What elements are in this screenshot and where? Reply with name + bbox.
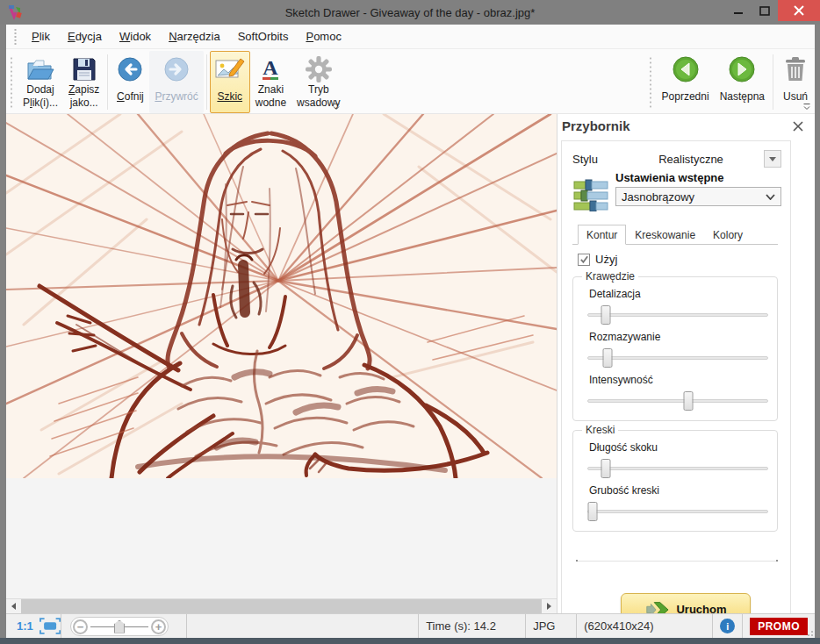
menu-pomoc[interactable]: Pomoc — [297, 25, 349, 47]
redo-button[interactable]: Przywróć — [149, 51, 203, 113]
slider-thumb[interactable] — [588, 502, 598, 521]
stroke-width-slider[interactable] — [587, 503, 768, 520]
sketch-artwork — [6, 114, 557, 478]
undo-icon — [116, 54, 144, 83]
canvas-background — [6, 478, 557, 598]
tab-kontur[interactable]: Kontur — [578, 225, 626, 245]
scrollbar-track[interactable] — [21, 599, 542, 613]
slider-track — [587, 467, 768, 470]
toolbar-separator — [206, 54, 207, 110]
menu-plik[interactable]: Plik — [23, 25, 59, 47]
next-arrow-icon — [727, 54, 757, 84]
strokes-groupbox: Kreski Długość skoku Grubość kreski — [572, 430, 778, 532]
add-files-button[interactable]: Dodaj Plik(i)... — [18, 51, 63, 113]
toolbar-overflow-icon[interactable] — [802, 103, 811, 111]
previous-label: Poprzedni — [662, 84, 709, 110]
menubar-grip[interactable] — [13, 29, 18, 45]
promo-badge[interactable]: PROMO — [750, 618, 808, 635]
statusbar: 1:1 − + Time (s): 14.2 JPG (62 — [6, 613, 815, 638]
panel-title: Przybornik — [562, 118, 630, 133]
slider-thumb[interactable] — [601, 305, 610, 325]
intensity-slider[interactable] — [587, 392, 768, 410]
menu-edycja[interactable]: Edycja — [59, 25, 111, 47]
gear-icon — [305, 54, 333, 83]
slider-track — [587, 356, 768, 360]
preset-value: Jasnobrązowy — [622, 190, 766, 204]
slider-track — [587, 399, 768, 403]
save-as-button[interactable]: Zapisz jako... — [63, 51, 104, 113]
use-checkbox[interactable] — [578, 254, 590, 266]
slider-thumb[interactable] — [684, 391, 694, 411]
panel-content: Stylu Realistyczne — [561, 140, 791, 613]
menu-widok[interactable]: Widok — [111, 25, 160, 47]
close-icon — [794, 5, 804, 16]
add-files-label: Dodaj Plik(i)... — [23, 83, 58, 110]
detail-slider-label: Detalizacja — [589, 288, 770, 300]
slider-thumb[interactable] — [601, 459, 610, 478]
undo-label: Cofnij — [117, 83, 144, 110]
scrollbar-thumb[interactable] — [21, 599, 542, 613]
zoom-slider[interactable]: − + — [70, 617, 169, 636]
menu-narzedzia[interactable]: Narzędzia — [160, 25, 229, 47]
toolbar-grip[interactable] — [649, 56, 653, 109]
blur-slider-label: Rozmazywanie — [589, 331, 770, 343]
presets-label: Ustawienia wstępne — [615, 171, 781, 184]
info-icon[interactable]: i — [720, 619, 735, 633]
canvas-area[interactable] — [6, 114, 557, 613]
window-bottom-border — [0, 638, 820, 644]
floppy-disk-icon — [71, 54, 97, 83]
previous-button[interactable]: Poprzedni — [657, 51, 715, 113]
sketch-button[interactable]: Szkic — [210, 51, 250, 113]
slider-track — [587, 313, 768, 317]
sketch-label: Szkic — [217, 83, 242, 110]
chevron-down-icon — [766, 194, 775, 200]
next-button[interactable]: Następna — [715, 51, 770, 113]
stroke-width-slider-label: Grubość kreski — [589, 484, 770, 497]
slider-thumb[interactable] — [602, 348, 612, 368]
titlebar[interactable]: Sketch Drawer - Giveaway of the day - ob… — [0, 0, 820, 25]
strokes-group-title: Kreski — [582, 424, 618, 436]
horizontal-scrollbar[interactable] — [6, 598, 557, 613]
watermark-label: Znaki wodne — [255, 83, 286, 110]
tab-kolory[interactable]: Kolory — [704, 225, 752, 245]
blur-slider[interactable] — [587, 349, 768, 367]
stroke-length-slider[interactable] — [587, 460, 768, 477]
watermark-a-icon: A — [257, 54, 284, 83]
status-dimensions: (620x410x24) — [577, 614, 713, 638]
undo-button[interactable]: Cofnij — [111, 51, 149, 113]
edges-group-title: Krawędzie — [582, 270, 638, 283]
style-value: Realistyczne — [618, 153, 764, 166]
status-time: Time (s): 14.2 — [419, 614, 526, 638]
watermark-button[interactable]: A Znaki wodne — [250, 51, 291, 113]
toolbar-grip[interactable] — [10, 56, 14, 109]
status-format: JPG — [526, 614, 577, 638]
panel-divider — [578, 561, 776, 562]
check-icon — [579, 254, 589, 264]
close-button[interactable] — [778, 0, 820, 21]
sketch-image[interactable] — [6, 114, 557, 478]
maximize-button[interactable] — [752, 0, 778, 21]
save-as-label: Zapisz jako... — [68, 83, 99, 110]
sketch-icon — [215, 54, 245, 83]
svg-text:A: A — [263, 56, 279, 79]
resize-grip[interactable] — [805, 628, 814, 637]
minimize-button[interactable] — [725, 0, 752, 21]
detail-slider[interactable] — [587, 306, 768, 324]
zoom-ratio-button[interactable]: 1:1 — [17, 619, 33, 633]
zoom-out-button[interactable]: − — [73, 619, 88, 634]
scroll-right-button[interactable] — [542, 599, 557, 613]
tab-kreskowanie[interactable]: Kreskowanie — [626, 225, 704, 245]
preset-combobox[interactable]: Jasnobrązowy — [615, 187, 781, 206]
window-title: Sketch Drawer - Giveaway of the day - ob… — [0, 6, 820, 19]
scroll-left-icon — [11, 603, 16, 610]
toolbar-overflow-icon[interactable] — [332, 103, 341, 111]
zoom-slider-thumb[interactable] — [114, 620, 125, 633]
scroll-left-button[interactable] — [6, 599, 21, 613]
toolbar-separator — [773, 54, 773, 110]
panel-close-icon[interactable] — [792, 120, 804, 132]
menu-softorbits[interactable]: SoftOrbits — [229, 25, 298, 47]
zoom-in-button[interactable]: + — [151, 619, 166, 634]
fit-to-screen-icon[interactable] — [40, 618, 61, 634]
style-dropdown-button[interactable] — [764, 150, 781, 168]
redo-label: Przywróć — [155, 83, 198, 110]
